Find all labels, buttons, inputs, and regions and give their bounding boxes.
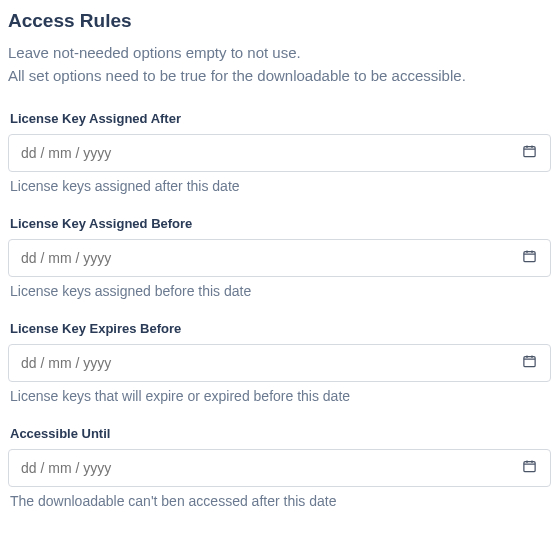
help-assigned-before: License keys assigned before this date: [8, 283, 551, 299]
label-assigned-after: License Key Assigned After: [8, 111, 551, 126]
section-description-line-1: Leave not-needed options empty to not us…: [8, 44, 301, 61]
date-input-wrap: [8, 344, 551, 382]
section-title: Access Rules: [8, 10, 551, 32]
help-assigned-after: License keys assigned after this date: [8, 178, 551, 194]
field-assigned-before: License Key Assigned Before License keys…: [8, 216, 551, 299]
field-assigned-after: License Key Assigned After License keys …: [8, 111, 551, 194]
date-input-wrap: [8, 449, 551, 487]
field-accessible-until: Accessible Until The downloadable can't …: [8, 426, 551, 509]
label-expires-before: License Key Expires Before: [8, 321, 551, 336]
input-expires-before[interactable]: [8, 344, 551, 382]
input-assigned-after[interactable]: [8, 134, 551, 172]
date-input-wrap: [8, 134, 551, 172]
field-expires-before: License Key Expires Before License keys …: [8, 321, 551, 404]
help-expires-before: License keys that will expire or expired…: [8, 388, 551, 404]
help-accessible-until: The downloadable can't ben accessed afte…: [8, 493, 551, 509]
input-accessible-until[interactable]: [8, 449, 551, 487]
label-assigned-before: License Key Assigned Before: [8, 216, 551, 231]
date-input-wrap: [8, 239, 551, 277]
section-description: Leave not-needed options empty to not us…: [8, 42, 551, 87]
input-assigned-before[interactable]: [8, 239, 551, 277]
label-accessible-until: Accessible Until: [8, 426, 551, 441]
section-description-line-2: All set options need to be true for the …: [8, 67, 466, 84]
